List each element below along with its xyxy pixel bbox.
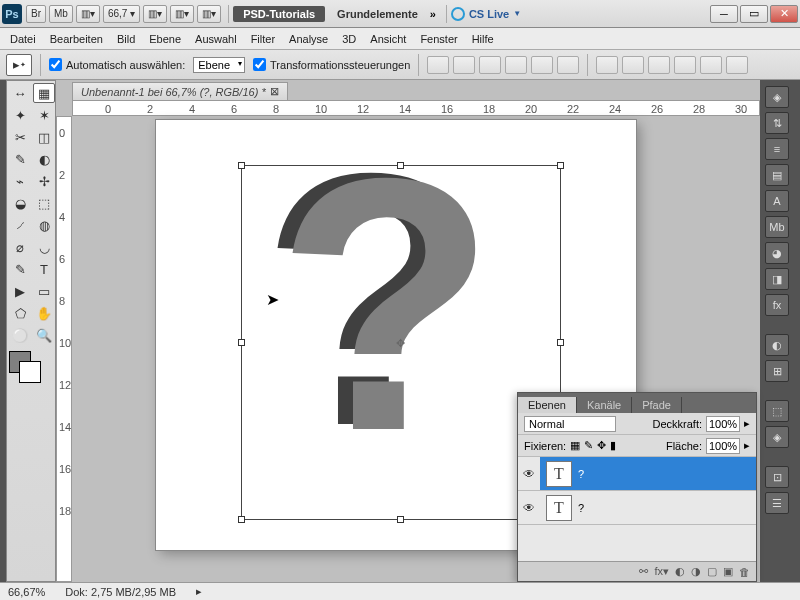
layer-name[interactable]: ?	[578, 502, 584, 514]
align-top[interactable]	[427, 56, 449, 74]
transform-anchor-icon[interactable]: ✥	[396, 337, 405, 350]
panel-icon-17[interactable]: ☰	[765, 492, 789, 514]
handle-tl[interactable]	[238, 162, 245, 169]
panel-icon-11[interactable]: ⊞	[765, 360, 789, 382]
auto-select-target[interactable]: Ebene	[193, 57, 245, 73]
dist-bottom[interactable]	[648, 56, 670, 74]
panel-icon-5[interactable]: Mb	[765, 216, 789, 238]
handle-tc[interactable]	[397, 162, 404, 169]
panel-icon-3[interactable]: ▤	[765, 164, 789, 186]
document-tab[interactable]: Unbenannt-1 bei 66,7% (?, RGB/16) * ⊠	[72, 82, 288, 100]
tool-2[interactable]: ✦	[9, 105, 31, 125]
extras-button[interactable]: ▥▾	[170, 5, 194, 23]
minibridge-button[interactable]: Mb	[49, 5, 73, 23]
layer-thumb[interactable]: T	[546, 461, 572, 487]
tool-8[interactable]: ⌁	[9, 171, 31, 191]
dist-top[interactable]	[596, 56, 618, 74]
align-right[interactable]	[557, 56, 579, 74]
color-swatches[interactable]	[9, 351, 53, 383]
new-layer-icon[interactable]: ▣	[723, 565, 733, 578]
tool-21[interactable]: ✋	[33, 303, 55, 323]
panel-icon-0[interactable]: ◈	[765, 86, 789, 108]
handle-tr[interactable]	[557, 162, 564, 169]
menu-auswahl[interactable]: Auswahl	[195, 33, 237, 45]
tool-4[interactable]: ✂	[9, 127, 31, 147]
tool-15[interactable]: ◡	[33, 237, 55, 257]
panel-icon-14[interactable]: ◈	[765, 426, 789, 448]
fill-flyout-icon[interactable]: ▸	[744, 439, 750, 452]
cs-live-button[interactable]: CS Live ▼	[451, 7, 521, 21]
background-swatch[interactable]	[19, 361, 41, 383]
tool-11[interactable]: ⬚	[33, 193, 55, 213]
zoom-level-dropdown[interactable]: 66,7 ▾	[103, 5, 140, 23]
auto-select-check[interactable]	[49, 58, 62, 71]
panel-icon-4[interactable]: A	[765, 190, 789, 212]
layers-panel[interactable]: Ebenen Kanäle Pfade Normal Deckkraft: 10…	[517, 392, 757, 582]
panel-icon-13[interactable]: ⬚	[765, 400, 789, 422]
lock-all-icon[interactable]: ▮	[610, 439, 616, 452]
panel-icon-16[interactable]: ⊡	[765, 466, 789, 488]
menu-ansicht[interactable]: Ansicht	[370, 33, 406, 45]
tool-12[interactable]: ⟋	[9, 215, 31, 235]
menu-bild[interactable]: Bild	[117, 33, 135, 45]
transform-controls-checkbox[interactable]: Transformationssteuerungen	[253, 58, 410, 71]
align-vcenter[interactable]	[453, 56, 475, 74]
delete-layer-icon[interactable]: 🗑	[739, 566, 750, 578]
handle-bl[interactable]	[238, 516, 245, 523]
tool-3[interactable]: ✶	[33, 105, 55, 125]
dist-left[interactable]	[674, 56, 696, 74]
tool-7[interactable]: ◐	[33, 149, 55, 169]
close-button[interactable]: ✕	[770, 5, 798, 23]
tool-22[interactable]: ⚪	[9, 325, 31, 345]
transform-bounding-box[interactable]: ✥	[241, 165, 561, 520]
tool-19[interactable]: ▭	[33, 281, 55, 301]
panel-icon-1[interactable]: ⇅	[765, 112, 789, 134]
handle-bc[interactable]	[397, 516, 404, 523]
opacity-flyout-icon[interactable]: ▸	[744, 417, 750, 430]
lock-transparent-icon[interactable]: ▦	[570, 439, 580, 452]
transform-check[interactable]	[253, 58, 266, 71]
fill-input[interactable]: 100%	[706, 438, 740, 454]
layer-row[interactable]: 👁 T ?	[518, 457, 756, 491]
workspace-active[interactable]: PSD-Tutorials	[233, 6, 325, 22]
doc-size-readout[interactable]: Dok: 2,75 MB/2,95 MB	[65, 586, 176, 598]
tool-14[interactable]: ⌀	[9, 237, 31, 257]
tool-20[interactable]: ⬠	[9, 303, 31, 323]
visibility-icon[interactable]: 👁	[518, 501, 540, 515]
dist-hcenter[interactable]	[700, 56, 722, 74]
dist-vcenter[interactable]	[622, 56, 644, 74]
group-icon[interactable]: ▢	[707, 565, 717, 578]
tab-pfade[interactable]: Pfade	[632, 397, 682, 413]
tool-9[interactable]: ✢	[33, 171, 55, 191]
tool-23[interactable]: 🔍	[33, 325, 55, 345]
maximize-button[interactable]: ▭	[740, 5, 768, 23]
tool-0[interactable]: ↔	[9, 83, 31, 103]
menu-filter[interactable]: Filter	[251, 33, 275, 45]
layer-fx-icon[interactable]: fx▾	[654, 565, 669, 578]
panel-icon-6[interactable]: ◕	[765, 242, 789, 264]
screen-mode-button[interactable]: ▥▾	[143, 5, 167, 23]
menu-bearbeiten[interactable]: Bearbeiten	[50, 33, 103, 45]
current-tool-icon[interactable]: ▸✦	[6, 54, 32, 76]
zoom-readout[interactable]: 66,67%	[8, 586, 45, 598]
align-left[interactable]	[505, 56, 527, 74]
tool-5[interactable]: ◫	[33, 127, 55, 147]
layer-name[interactable]: ?	[578, 468, 584, 480]
minimize-button[interactable]: ─	[710, 5, 738, 23]
layer-thumb[interactable]: T	[546, 495, 572, 521]
more-workspaces[interactable]: »	[430, 8, 436, 20]
align-hcenter[interactable]	[531, 56, 553, 74]
menu-fenster[interactable]: Fenster	[420, 33, 457, 45]
close-tab-icon[interactable]: ⊠	[270, 85, 279, 98]
layer-row[interactable]: 👁 T ?	[518, 491, 756, 525]
workspace-inactive[interactable]: Grundelemente	[329, 6, 426, 22]
adjustment-layer-icon[interactable]: ◑	[691, 565, 701, 578]
visibility-icon[interactable]: 👁	[518, 457, 540, 490]
link-layers-icon[interactable]: ⚯	[639, 565, 648, 578]
layer-mask-icon[interactable]: ◐	[675, 565, 685, 578]
panel-icon-7[interactable]: ◨	[765, 268, 789, 290]
auto-select-checkbox[interactable]: Automatisch auswählen:	[49, 58, 185, 71]
tool-18[interactable]: ▶	[9, 281, 31, 301]
panel-icon-2[interactable]: ≡	[765, 138, 789, 160]
arrange-button[interactable]: ▥▾	[76, 5, 100, 23]
